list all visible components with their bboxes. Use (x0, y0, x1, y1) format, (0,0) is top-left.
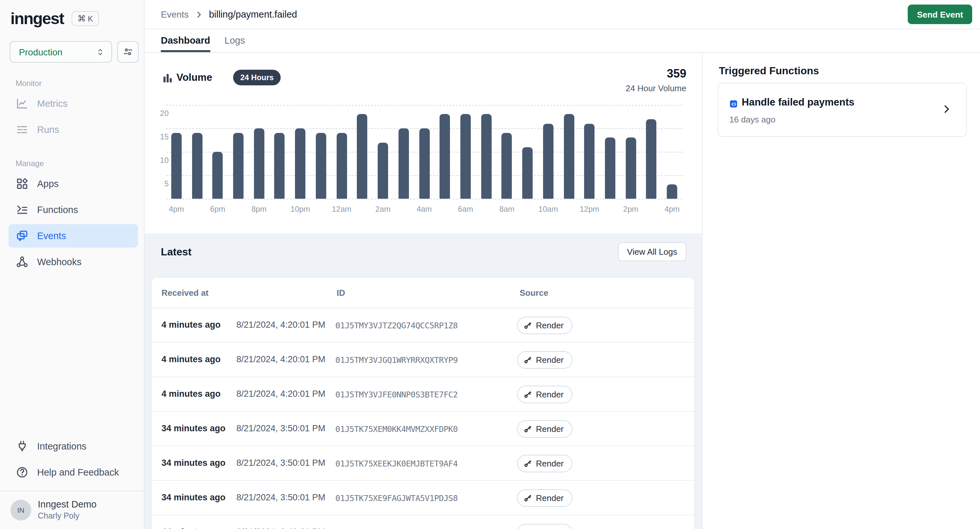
table-row[interactable]: 34 minutes ago 8/21/2024, 3:50:01 PM 01J… (152, 481, 694, 515)
volume-section: Volume 24 Hours 359 24 Hour Volume 20151… (145, 53, 702, 233)
sidebar-item-label: Runs (37, 124, 59, 135)
sidebar-item-label: Webhooks (37, 257, 82, 267)
event-id: 01J5TK75XEM0KK4MVMZXXFDPK0 (335, 424, 458, 434)
volume-bar (522, 147, 533, 199)
gridline (166, 199, 682, 199)
bar-chart-icon (163, 73, 173, 83)
x-axis-tick: 8pm (243, 205, 274, 214)
range-badge[interactable]: 24 Hours (233, 70, 281, 85)
sidebar-item-label: Help and Feedback (37, 467, 119, 478)
x-axis-tick: 2pm (615, 205, 646, 214)
column-header-id: ID (337, 288, 345, 298)
volume-bar (439, 114, 450, 199)
volume-bar (213, 152, 223, 199)
source-badge[interactable]: Render (517, 420, 572, 438)
received-timestamp: 8/21/2024, 3:50:01 PM (236, 424, 325, 433)
table-row[interactable]: 4 minutes ago 8/21/2024, 4:20:01 PM 01J5… (152, 343, 694, 377)
events-windows-icon (16, 229, 29, 242)
volume-bar (563, 114, 574, 199)
received-ago: 4 minutes ago (161, 354, 221, 364)
command-icon: ⌘ (78, 14, 86, 24)
sidebar-item-help-and-feedback[interactable]: Help and Feedback (0, 460, 144, 486)
command-k-shortcut[interactable]: ⌘ K (72, 11, 99, 26)
table-row[interactable]: 4 minutes ago 8/21/2024, 4:20:01 PM 01J5… (152, 308, 694, 343)
sidebar-item-apps[interactable]: Apps (0, 170, 144, 197)
received-ago: 34 minutes ago (161, 458, 226, 468)
topbar: Events billing/payment.failed Send Event (145, 0, 980, 29)
table-row[interactable]: 34 minutes ago 8/21/2024, 3:50:01 PM 01J… (152, 412, 694, 446)
triggered-functions-panel: Triggered Functions Handle failed paymen… (702, 53, 980, 529)
y-axis-tick: 20 (152, 109, 169, 118)
source-label: Render (536, 493, 563, 503)
received-ago: 34 minutes ago (161, 424, 226, 433)
sidebar-item-events[interactable]: Events (8, 224, 138, 247)
sidebar-item-metrics[interactable]: Metrics (0, 91, 144, 116)
table-header-row: Received at ID Source (152, 277, 694, 308)
source-label: Render (536, 424, 563, 434)
function-card[interactable]: Handle failed payments 16 days ago (718, 83, 967, 137)
x-axis-tick: 10am (533, 205, 564, 214)
chevron-right-icon (195, 10, 203, 19)
apps-grid-icon (16, 177, 29, 190)
sidebar-item-webhooks[interactable]: Webhooks (0, 249, 144, 275)
source-badge[interactable]: Render (517, 524, 572, 529)
user-menu[interactable]: IN Inngest Demo Charly Poly (0, 492, 144, 529)
volume-bar (295, 128, 305, 199)
volume-bar (399, 128, 409, 199)
tab-dashboard[interactable]: Dashboard (161, 29, 210, 52)
received-ago: 34 minutes ago (161, 492, 226, 502)
received-ago: 4 minutes ago (161, 320, 221, 330)
volume-chart-plot: 20151054pm6pm8pm10pm12am2am4am6am8am10am… (166, 105, 682, 199)
x-axis-tick: 4pm (656, 205, 687, 214)
volume-bar (357, 114, 368, 199)
inngest-app: inngest ⌘ K Production Monitor (0, 0, 980, 529)
event-id: 01J5TMY3VJGQ1WRYRRXQXTRYP9 (335, 355, 458, 365)
x-axis-tick: 4pm (161, 205, 192, 214)
help-circle-icon (16, 466, 29, 479)
event-id: 01J5TK75XEEKJK0EMJBTET9AF4 (335, 459, 458, 468)
triggered-functions-title: Triggered Functions (719, 65, 819, 77)
breadcrumb-events-link[interactable]: Events (161, 9, 189, 19)
source-badge[interactable]: Render (517, 386, 572, 403)
tab-logs[interactable]: Logs (225, 29, 245, 52)
function-last-run: 16 days ago (729, 115, 776, 124)
volume-bar (625, 138, 636, 199)
breadcrumb-current: billing/payment.failed (209, 9, 297, 19)
chevron-up-down-icon (95, 46, 105, 57)
environment-settings-button[interactable] (117, 41, 139, 62)
volume-bar (316, 133, 326, 199)
avatar: IN (10, 500, 31, 521)
table-row[interactable]: 44 minutes ago 8/21/2024, 3:40:01 PM 01J… (152, 515, 694, 529)
volume-title: Volume (177, 72, 212, 83)
nav-monitor: Metrics Runs (0, 91, 144, 143)
send-event-button[interactable]: Send Event (908, 5, 972, 24)
main-area: Events billing/payment.failed Send Event… (145, 0, 980, 529)
source-badge[interactable]: Render (517, 317, 572, 334)
section-label-manage: Manage (0, 159, 144, 168)
runs-list-icon (16, 123, 29, 136)
environment-selector[interactable]: Production (10, 41, 112, 62)
user-name: Charly Poly (38, 511, 97, 521)
sidebar-item-integrations[interactable]: Integrations (0, 433, 144, 460)
x-axis-tick: 8am (491, 205, 523, 214)
sidebar-footer: Integrations Help and Feedback IN Innges… (0, 433, 144, 529)
sidebar-item-functions[interactable]: Functions (0, 197, 144, 223)
table-row[interactable]: 4 minutes ago 8/21/2024, 4:20:01 PM 01J5… (152, 377, 694, 412)
view-all-logs-button[interactable]: View All Logs (618, 242, 686, 261)
table-row[interactable]: 34 minutes ago 8/21/2024, 3:50:01 PM 01J… (152, 446, 694, 481)
event-id: 01J5TJWVXVWBRNH3KE9ZZ73EW0 (335, 528, 458, 529)
source-badge[interactable]: Render (517, 455, 572, 472)
x-axis-tick: 2am (367, 205, 399, 214)
source-badge[interactable]: Render (517, 351, 572, 369)
received-ago: 44 minutes ago (161, 527, 226, 529)
breadcrumb: Events billing/payment.failed (161, 9, 908, 19)
inngest-logo[interactable]: inngest (10, 9, 64, 28)
source-badge[interactable]: Render (517, 489, 572, 507)
chevron-right-icon (941, 104, 952, 115)
volume-bar (274, 133, 285, 199)
key-icon (523, 390, 532, 399)
gridline (166, 105, 682, 105)
sidebar-item-runs[interactable]: Runs (0, 116, 144, 143)
volume-bar (502, 133, 512, 199)
column-header-received-at: Received at (161, 288, 209, 298)
